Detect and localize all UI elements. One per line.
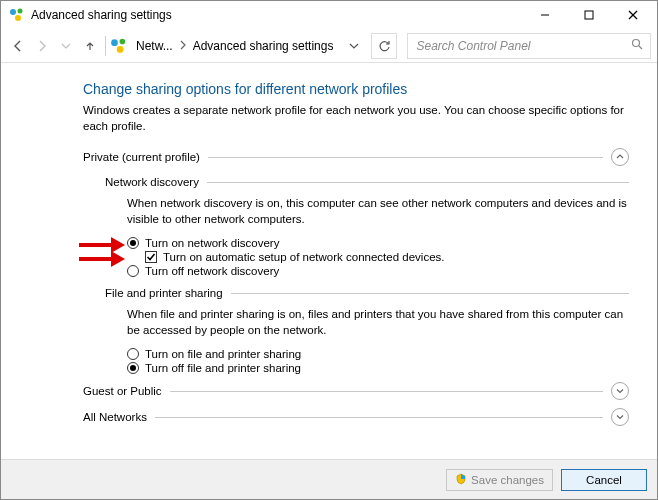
shield-icon [455, 473, 467, 487]
annotation-arrow-icon [79, 251, 125, 267]
network-discovery-title: Network discovery [105, 176, 199, 188]
svg-point-2 [15, 15, 21, 21]
search-icon[interactable] [631, 38, 644, 53]
cancel-button[interactable]: Cancel [561, 469, 647, 491]
file-printer-title: File and printer sharing [105, 287, 223, 299]
radio-turn-off-discovery-label[interactable]: Turn off network discovery [145, 265, 279, 277]
title-bar: Advanced sharing settings [1, 1, 657, 29]
save-changes-label: Save changes [471, 474, 544, 486]
divider [155, 417, 603, 418]
subsection-file-printer: File and printer sharing When file and p… [105, 287, 629, 374]
network-discovery-desc: When network discovery is on, this compu… [127, 196, 629, 227]
refresh-button[interactable] [371, 33, 397, 59]
svg-line-11 [639, 46, 642, 49]
checkbox-auto-setup-label[interactable]: Turn on automatic setup of network conne… [163, 251, 444, 263]
forward-button[interactable] [31, 32, 53, 60]
divider [170, 391, 603, 392]
breadcrumb-root[interactable]: Netw... [134, 37, 175, 55]
svg-point-0 [10, 9, 16, 15]
footer: Save changes Cancel [1, 459, 657, 499]
expand-button[interactable] [611, 408, 629, 426]
maximize-button[interactable] [567, 1, 611, 29]
window-title: Advanced sharing settings [31, 8, 523, 22]
section-private: Private (current profile) Network discov… [83, 148, 629, 374]
divider [207, 182, 629, 183]
save-changes-button[interactable]: Save changes [446, 469, 553, 491]
checkbox-auto-setup[interactable] [145, 251, 157, 263]
file-printer-desc: When file and printer sharing is on, fil… [127, 307, 629, 338]
network-icon [9, 7, 25, 23]
radio-turn-on-discovery[interactable] [127, 237, 139, 249]
toolbar: Netw... Advanced sharing settings [1, 29, 657, 63]
section-guest-label: Guest or Public [83, 385, 162, 397]
section-all-header[interactable]: All Networks [83, 408, 629, 426]
minimize-button[interactable] [523, 1, 567, 29]
address-dropdown[interactable] [343, 35, 365, 57]
section-all-label: All Networks [83, 411, 147, 423]
annotation-arrow-icon [79, 237, 125, 253]
chevron-right-icon[interactable] [179, 39, 187, 53]
section-guest-public: Guest or Public [83, 382, 629, 400]
page-heading: Change sharing options for different net… [83, 81, 629, 97]
recent-locations-button[interactable] [55, 32, 77, 60]
radio-turn-off-discovery[interactable] [127, 265, 139, 277]
separator [105, 36, 106, 56]
content-area: Change sharing options for different net… [1, 63, 657, 459]
svg-point-9 [117, 46, 124, 53]
section-guest-header[interactable]: Guest or Public [83, 382, 629, 400]
radio-turn-on-fps[interactable] [127, 348, 139, 360]
section-private-header[interactable]: Private (current profile) [83, 148, 629, 166]
expand-button[interactable] [611, 382, 629, 400]
cancel-label: Cancel [586, 474, 622, 486]
svg-point-1 [18, 9, 23, 14]
breadcrumb-current[interactable]: Advanced sharing settings [191, 37, 336, 55]
page-subtext: Windows creates a separate network profi… [83, 103, 629, 134]
divider [231, 293, 629, 294]
search-input[interactable] [414, 38, 631, 54]
svg-point-10 [633, 40, 640, 47]
close-button[interactable] [611, 1, 655, 29]
address-bar[interactable]: Netw... Advanced sharing settings [110, 35, 365, 57]
radio-turn-on-fps-label[interactable]: Turn on file and printer sharing [145, 348, 301, 360]
svg-point-8 [120, 38, 126, 44]
back-button[interactable] [7, 32, 29, 60]
network-icon [110, 37, 128, 55]
search-box[interactable] [407, 33, 651, 59]
svg-point-7 [111, 39, 118, 46]
subsection-network-discovery: Network discovery When network discovery… [105, 176, 629, 277]
divider [208, 157, 603, 158]
svg-rect-4 [585, 11, 593, 19]
radio-turn-off-fps[interactable] [127, 362, 139, 374]
section-all-networks: All Networks [83, 408, 629, 426]
section-private-label: Private (current profile) [83, 151, 200, 163]
radio-turn-off-fps-label[interactable]: Turn off file and printer sharing [145, 362, 301, 374]
radio-turn-on-discovery-label[interactable]: Turn on network discovery [145, 237, 279, 249]
up-button[interactable] [79, 32, 101, 60]
collapse-button[interactable] [611, 148, 629, 166]
